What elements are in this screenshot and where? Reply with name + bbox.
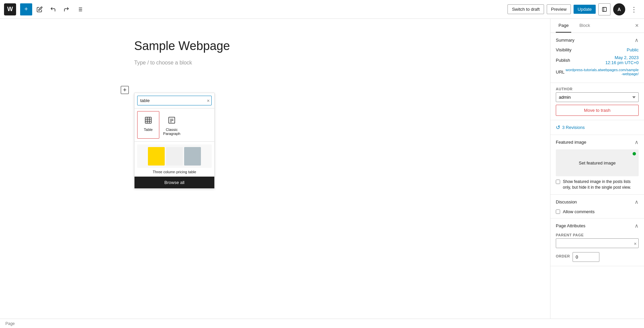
allow-comments-row: Allow comments: [556, 209, 639, 214]
pattern-preview-image[interactable]: [137, 144, 212, 168]
main-layout: Sample Webpage Type / to choose a block …: [0, 19, 644, 319]
featured-image-title: Featured image: [556, 140, 586, 145]
right-sidebar: Page Block × Summary ∧ Visibility Public…: [550, 19, 644, 319]
add-block-button[interactable]: +: [20, 3, 32, 15]
status-bar: Page: [0, 319, 644, 328]
discussion-title: Discussion: [556, 199, 577, 204]
pattern-col-2: [166, 147, 183, 166]
author-label: AUTHOR: [556, 87, 639, 91]
publish-label: Publish: [556, 58, 570, 63]
classic-paragraph-block-icon: [166, 114, 178, 126]
featured-image-toggle[interactable]: ∧: [635, 139, 639, 145]
order-row: ORDER: [556, 252, 639, 262]
url-value[interactable]: wordpress-tutorials.atwebpages.com/sampl…: [565, 68, 639, 76]
user-avatar-button[interactable]: A: [613, 3, 625, 15]
svg-rect-6: [602, 7, 606, 11]
edit-button[interactable]: [34, 3, 46, 15]
visibility-row: Visibility Public: [556, 47, 639, 52]
author-select[interactable]: admin: [556, 92, 639, 102]
undo-button[interactable]: [47, 3, 59, 15]
table-block-icon: [142, 114, 154, 126]
parent-page-wrapper: ×: [556, 238, 639, 249]
order-label: ORDER: [556, 254, 570, 258]
page-title[interactable]: Sample Webpage: [134, 39, 416, 53]
publish-date[interactable]: May 2, 2023: [605, 55, 639, 60]
table-block-label: Table: [144, 128, 153, 132]
url-row: URL wordpress-tutorials.atwebpages.com/s…: [556, 68, 639, 76]
allow-comments-label: Allow comments: [563, 209, 595, 214]
block-inserter-popup: table × Table: [134, 93, 215, 189]
set-featured-image-label: Set featured image: [579, 160, 616, 166]
toolbar-left: W +: [4, 3, 86, 15]
sidebar-tabs: Page Block ×: [550, 19, 644, 33]
sidebar-close-button[interactable]: ×: [635, 19, 639, 33]
allow-comments-checkbox[interactable]: [556, 209, 560, 214]
summary-title: Summary: [556, 38, 575, 43]
page-attributes-header: Page Attributes ∧: [556, 223, 639, 229]
discussion-section: Discussion ∧ Allow comments: [550, 195, 644, 219]
revisions-section: ↺ 3 Revisions: [550, 120, 644, 135]
classic-paragraph-block-label: Classic Paragraph: [162, 128, 181, 136]
page-attributes-section: Page Attributes ∧ PARENT PAGE × ORDER: [550, 219, 644, 266]
pattern-col-1: [148, 147, 165, 166]
list-view-button[interactable]: [74, 3, 86, 15]
url-label: URL: [556, 69, 565, 75]
update-button[interactable]: Update: [574, 5, 596, 14]
parent-page-input[interactable]: [556, 238, 639, 248]
toolbar: W + Switch to draft Preview Update A ⋮: [0, 0, 644, 19]
featured-image-header: Featured image ∧: [556, 139, 639, 145]
featured-image-checkbox[interactable]: [556, 180, 560, 184]
preview-button[interactable]: Preview: [547, 4, 571, 14]
wordpress-logo[interactable]: W: [4, 3, 16, 15]
visibility-value[interactable]: Public: [627, 47, 639, 52]
toolbar-right: Switch to draft Preview Update A ⋮: [507, 3, 640, 15]
summary-section: Summary ∧ Visibility Public Publish May …: [550, 33, 644, 83]
more-options-button[interactable]: ⋮: [628, 3, 640, 15]
view-toggle-button[interactable]: [598, 3, 610, 15]
author-section: AUTHOR admin Move to trash: [550, 83, 644, 120]
block-search-input[interactable]: table: [137, 96, 212, 105]
search-clear-button[interactable]: ×: [207, 98, 210, 103]
page-attributes-title: Page Attributes: [556, 223, 585, 228]
inserter-blocks-grid: Table Classic Paragraph: [135, 108, 214, 141]
move-to-trash-button[interactable]: Move to trash: [556, 105, 639, 116]
inserter-search-area: table ×: [135, 93, 214, 108]
visibility-label: Visibility: [556, 47, 572, 52]
editor-content: Sample Webpage Type / to choose a block: [134, 39, 416, 66]
browse-all-button[interactable]: Browse all: [135, 177, 214, 188]
page-attributes-toggle[interactable]: ∧: [635, 223, 639, 229]
status-bar-label: Page: [5, 321, 15, 326]
publish-row: Publish May 2, 2023 12:16 pm UTC+0: [556, 55, 639, 65]
tab-block[interactable]: Block: [577, 19, 593, 33]
tab-page[interactable]: Page: [556, 19, 571, 33]
svg-rect-13: [169, 117, 175, 123]
redo-button[interactable]: [60, 3, 72, 15]
inline-add-block-button[interactable]: +: [121, 86, 129, 94]
publish-value-group: May 2, 2023 12:16 pm UTC+0: [605, 55, 639, 65]
summary-toggle[interactable]: ∧: [635, 37, 639, 43]
block-item-classic-paragraph[interactable]: Classic Paragraph: [161, 111, 183, 139]
publish-time[interactable]: 12:16 pm UTC+0: [605, 60, 639, 65]
parent-page-clear-button[interactable]: ×: [634, 241, 637, 246]
block-item-table[interactable]: Table: [137, 111, 159, 139]
discussion-header: Discussion ∧: [556, 199, 639, 205]
discussion-toggle[interactable]: ∧: [635, 199, 639, 205]
summary-header: Summary ∧: [556, 37, 639, 43]
featured-image-placeholder[interactable]: Set featured image: [556, 149, 639, 176]
inserter-pattern-section: Three column pricing table: [135, 141, 214, 177]
editor-area: Sample Webpage Type / to choose a block …: [0, 19, 550, 319]
revisions-row[interactable]: ↺ 3 Revisions: [556, 124, 639, 131]
order-input[interactable]: [573, 252, 599, 262]
pattern-col-3: [184, 147, 201, 166]
search-wrapper: table ×: [137, 96, 212, 105]
featured-image-checkbox-label: Show featured image in the posts lists o…: [563, 179, 639, 190]
pattern-preview-inner: [146, 145, 203, 168]
block-placeholder[interactable]: Type / to choose a block: [134, 60, 416, 66]
svg-rect-8: [145, 117, 151, 123]
pattern-label: Three column pricing table: [137, 170, 212, 174]
switch-to-draft-button[interactable]: Switch to draft: [507, 4, 544, 14]
featured-image-section: Featured image ∧ Set featured image Show…: [550, 135, 644, 195]
featured-image-checkbox-row: Show featured image in the posts lists o…: [556, 179, 639, 190]
revisions-icon: ↺: [556, 124, 560, 131]
parent-page-label: PARENT PAGE: [556, 233, 639, 237]
